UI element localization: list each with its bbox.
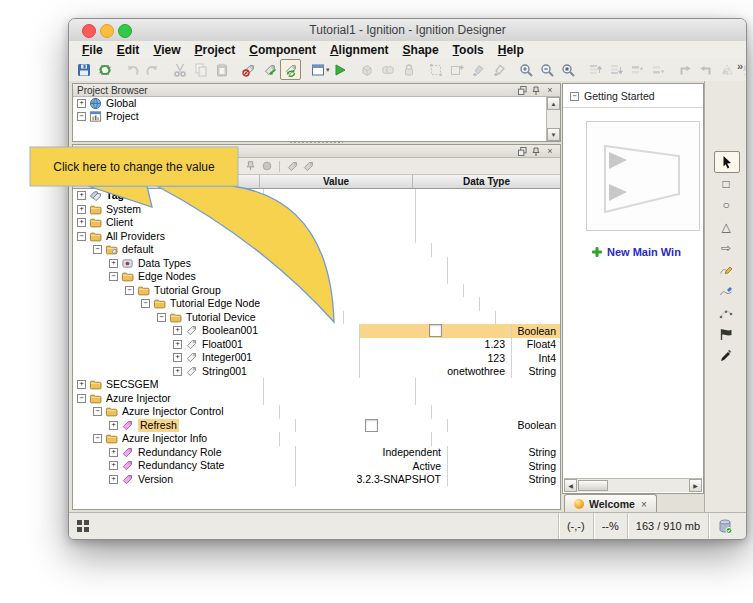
tag-edit-icon[interactable] xyxy=(284,159,300,173)
expander-icon[interactable]: − xyxy=(141,299,150,308)
rotate-cw-icon[interactable] xyxy=(696,59,717,80)
value-cell[interactable]: onetwothree xyxy=(360,365,512,379)
scroll-right-icon[interactable]: ▶ xyxy=(689,479,702,492)
expander-icon[interactable]: − xyxy=(157,313,166,322)
pause-dot-icon[interactable] xyxy=(259,159,275,173)
expander-icon[interactable]: + xyxy=(77,205,86,214)
tag-copy-icon[interactable] xyxy=(300,159,316,173)
pin-icon[interactable] xyxy=(243,159,259,173)
menu-shape[interactable]: Shape xyxy=(396,43,446,57)
tree-row-client[interactable]: +Client xyxy=(73,216,560,230)
tag-delete-icon[interactable] xyxy=(238,59,259,80)
expander-icon[interactable]: + xyxy=(109,475,118,484)
tag-auto-refresh-icon[interactable] xyxy=(280,59,301,80)
dropdown-caret-icon[interactable]: ▾ xyxy=(326,66,330,74)
menu-project[interactable]: Project xyxy=(188,43,243,57)
flag-tool-icon[interactable] xyxy=(714,324,738,344)
tree-row-redundancy-state[interactable]: +Redundancy StateActiveString xyxy=(73,459,560,473)
expander-icon[interactable]: + xyxy=(109,259,118,268)
menu-file[interactable]: File xyxy=(75,43,110,57)
arrange-front-icon[interactable] xyxy=(585,59,606,80)
group-icon[interactable] xyxy=(357,59,378,80)
tree-row-edge-nodes[interactable]: −Edge Nodes xyxy=(73,270,560,284)
menu-view[interactable]: View xyxy=(146,43,187,57)
column-header-data-type[interactable]: Data Type xyxy=(413,175,560,188)
expander-icon[interactable]: − xyxy=(93,407,102,416)
rectangle-tool-icon[interactable]: □ xyxy=(714,174,738,194)
expander-icon[interactable]: + xyxy=(77,218,86,227)
expander-icon[interactable]: + xyxy=(109,421,118,430)
project-update-icon[interactable] xyxy=(94,59,115,80)
toolbar-overflow-button[interactable]: » xyxy=(737,60,743,72)
menu-alignment[interactable]: Alignment xyxy=(323,43,396,57)
tree-row-tutorial-group[interactable]: −Tutorial Group xyxy=(73,284,560,298)
tab-close-icon[interactable]: × xyxy=(641,499,647,510)
expander-icon[interactable]: + xyxy=(77,191,86,200)
tree-row-tutorial-device[interactable]: −Tutorial Device xyxy=(73,311,560,325)
expander-icon[interactable]: + xyxy=(173,353,182,362)
expander-icon[interactable]: + xyxy=(109,461,118,470)
tree-row-azure-injector-control[interactable]: −Azure Injector Control xyxy=(73,405,560,419)
scrollbar-thumb[interactable] xyxy=(578,480,608,491)
zoom-in-icon[interactable] xyxy=(516,59,537,80)
scroll-left-icon[interactable]: ◀ xyxy=(564,479,577,492)
points-tool-icon[interactable] xyxy=(714,303,738,323)
zoom-out-icon[interactable] xyxy=(537,59,558,80)
undo-icon[interactable] xyxy=(121,59,142,80)
new-main-window-link[interactable]: New Main Win xyxy=(591,246,701,258)
tree-row-version[interactable]: +Version3.2.3-SNAPSHOTString xyxy=(73,473,560,487)
expander-icon[interactable]: + xyxy=(77,99,86,108)
welcome-tab[interactable]: Welcome × xyxy=(564,494,657,513)
tree-row-float001[interactable]: +Float0011.23Float4 xyxy=(73,338,560,352)
redo-icon[interactable] xyxy=(142,59,163,80)
tree-row-string001[interactable]: +String001onetwothreeString xyxy=(73,365,560,379)
copy-icon[interactable] xyxy=(190,59,211,80)
value-cell[interactable]: 3.2.3-SNAPSHOT xyxy=(296,473,448,487)
value-checkbox[interactable] xyxy=(365,419,378,432)
menu-tools[interactable]: Tools xyxy=(446,43,491,57)
float-icon[interactable] xyxy=(516,85,528,95)
value-cell[interactable] xyxy=(360,324,512,338)
value-cell[interactable]: 1.23 xyxy=(360,338,512,352)
flip-horizontal-icon[interactable] xyxy=(717,59,738,80)
tree-row-system[interactable]: +System xyxy=(73,203,560,217)
expander-icon[interactable]: + xyxy=(109,448,118,457)
menu-component[interactable]: Component xyxy=(242,43,323,57)
tag-import-icon[interactable] xyxy=(259,59,280,80)
tree-row-azure-injector-info[interactable]: −Azure Injector Info xyxy=(73,432,560,446)
project-tree-item-project[interactable]: −Project xyxy=(73,110,560,123)
tree-row-integer001[interactable]: +Integer001123Int4 xyxy=(73,351,560,365)
expander-icon[interactable]: + xyxy=(173,326,182,335)
arrange-up-icon[interactable] xyxy=(627,59,648,80)
tree-row-tutorial-edge-node[interactable]: −Tutorial Edge Node xyxy=(73,297,560,311)
grid-icon[interactable] xyxy=(77,520,89,532)
scroll-up-icon[interactable]: ▲ xyxy=(547,97,560,110)
tree-row-azure-injector[interactable]: −Azure Injector xyxy=(73,392,560,406)
column-header-tag[interactable] xyxy=(73,175,260,188)
expander-icon[interactable]: + xyxy=(173,367,182,376)
rotate-ccw-icon[interactable] xyxy=(675,59,696,80)
pencil-tool-icon[interactable] xyxy=(714,260,738,280)
merge-shapes-icon[interactable] xyxy=(378,59,399,80)
bounding-box-icon[interactable] xyxy=(426,59,447,80)
gateway-status-icon[interactable] xyxy=(708,513,741,539)
save-icon[interactable] xyxy=(73,59,94,80)
project-browser-scrollbar[interactable]: ▲ ▼ xyxy=(546,97,560,141)
tree-row-default[interactable]: −default xyxy=(73,243,560,257)
zoom-reset-icon[interactable] xyxy=(558,59,579,80)
tree-row-secsgem[interactable]: +SECSGEM xyxy=(73,378,560,392)
eyedropper-tool-icon[interactable] xyxy=(714,346,738,366)
tree-row-tags[interactable]: +Tags xyxy=(73,189,560,203)
expander-icon[interactable]: − xyxy=(93,245,102,254)
tree-row-all-providers[interactable]: −All Providers xyxy=(73,230,560,244)
float-icon[interactable] xyxy=(516,146,528,156)
horizontal-scrollbar[interactable]: ◀ ▶ xyxy=(564,478,702,492)
tree-row-refresh[interactable]: +RefreshBoolean xyxy=(73,419,560,433)
arrow-tool-icon[interactable]: ⇨ xyxy=(714,238,738,258)
pin-icon[interactable] xyxy=(530,85,542,95)
close-panel-icon[interactable]: × xyxy=(544,146,556,156)
tree-row-redundancy-role[interactable]: +Redundancy RoleIndependentString xyxy=(73,446,560,460)
value-cell[interactable]: Active xyxy=(296,459,448,473)
pin-icon[interactable] xyxy=(530,146,542,156)
project-tree-item-global[interactable]: +Global xyxy=(73,97,560,110)
